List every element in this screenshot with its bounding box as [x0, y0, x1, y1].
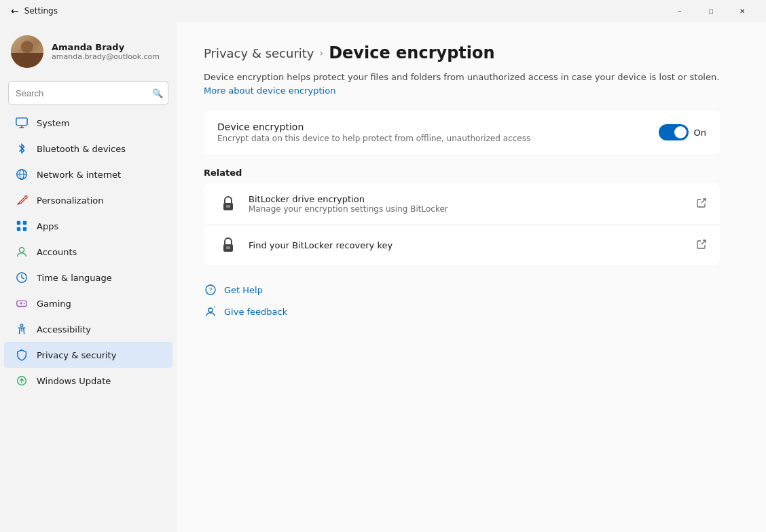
sidebar-label-system: System	[37, 118, 69, 128]
time-icon	[15, 271, 29, 284]
privacy-icon	[15, 348, 29, 362]
sidebar-label-time: Time & language	[37, 273, 112, 283]
sidebar-item-apps[interactable]: Apps	[4, 213, 172, 239]
sidebar-item-personalization[interactable]: Personalization	[4, 187, 172, 213]
svg-point-28	[208, 308, 213, 312]
sidebar-item-system[interactable]: System	[4, 110, 172, 136]
update-icon	[15, 374, 29, 387]
links-section: ? Get Help Give feedback	[204, 279, 720, 322]
sidebar-nav: System Bluetooth & devices Network & int…	[0, 110, 177, 394]
device-encryption-info: Device encryption Encrypt data on this d…	[217, 121, 530, 143]
external-link-icon-bitlocker	[697, 198, 706, 210]
accounts-icon	[15, 245, 29, 259]
search-box: 🔍	[8, 81, 168, 104]
breadcrumb: Privacy & security › Device encryption	[204, 43, 739, 62]
svg-rect-24	[226, 246, 230, 249]
avatar	[11, 35, 43, 68]
title-bar: ← Settings − □ ✕	[0, 0, 766, 22]
related-icon-bitlocker	[217, 193, 239, 214]
breadcrumb-current: Device encryption	[329, 43, 494, 62]
close-button[interactable]: ✕	[727, 0, 758, 22]
system-icon	[15, 116, 29, 130]
device-encryption-desc: Encrypt data on this device to help prot…	[217, 134, 530, 143]
user-info: Amanda Brady amanda.brady@outlook.com	[52, 42, 166, 61]
title-bar-controls: − □ ✕	[664, 0, 758, 22]
svg-point-15	[24, 303, 25, 304]
bluetooth-icon	[15, 142, 29, 155]
sidebar-item-time[interactable]: Time & language	[4, 265, 172, 290]
app-body: Amanda Brady amanda.brady@outlook.com 🔍 …	[0, 22, 766, 532]
breadcrumb-separator: ›	[320, 48, 324, 58]
device-encryption-toggle[interactable]	[659, 124, 689, 140]
svg-rect-0	[16, 118, 27, 126]
sidebar-label-apps: Apps	[37, 221, 58, 231]
device-encryption-toggle-wrap: On	[659, 124, 706, 140]
search-input[interactable]	[8, 81, 168, 104]
svg-line-22	[701, 199, 706, 203]
maximize-button[interactable]: □	[695, 0, 727, 22]
search-icon: 🔍	[152, 88, 163, 98]
svg-text:?: ?	[209, 286, 213, 294]
sidebar-label-gaming: Gaming	[37, 299, 71, 309]
sidebar-label-bluetooth: Bluetooth & devices	[37, 144, 126, 154]
related-item-recovery-key[interactable]: Find your BitLocker recovery key	[204, 225, 720, 265]
sidebar-item-privacy[interactable]: Privacy & security	[4, 342, 172, 368]
user-email: amanda.brady@outlook.com	[52, 52, 166, 61]
device-encryption-title: Device encryption	[217, 121, 530, 132]
svg-rect-8	[17, 227, 20, 231]
description-link[interactable]: More about device encryption	[204, 86, 335, 96]
related-item-bitlocker[interactable]: BitLocker drive encryption Manage your e…	[204, 183, 720, 225]
related-info-bitlocker: BitLocker drive encryption Manage your e…	[249, 194, 697, 214]
sidebar-label-accounts: Accounts	[37, 247, 77, 257]
window-title: Settings	[24, 6, 58, 16]
breadcrumb-parent: Privacy & security	[204, 46, 314, 60]
sidebar-label-accessibility: Accessibility	[37, 324, 91, 335]
related-card: BitLocker drive encryption Manage your e…	[204, 183, 720, 265]
svg-line-25	[701, 240, 706, 244]
related-section-title: Related	[204, 168, 720, 178]
link-give-feedback[interactable]: Give feedback	[204, 301, 720, 322]
external-link-icon-recovery-key	[697, 240, 706, 251]
toggle-track[interactable]	[659, 124, 689, 140]
sidebar-item-bluetooth[interactable]: Bluetooth & devices	[4, 136, 172, 162]
svg-line-29	[214, 307, 215, 307]
device-encryption-card: Device encryption Encrypt data on this d…	[204, 111, 720, 154]
svg-rect-6	[17, 221, 20, 225]
link-get-help[interactable]: ? Get Help	[204, 279, 720, 301]
related-info-recovery-key: Find your BitLocker recovery key	[249, 240, 697, 250]
svg-rect-9	[23, 227, 26, 231]
sidebar-item-update[interactable]: Windows Update	[4, 368, 172, 394]
back-button[interactable]: ←	[11, 5, 19, 16]
sidebar-item-accounts[interactable]: Accounts	[4, 239, 172, 265]
minimize-button[interactable]: −	[664, 0, 695, 22]
accessibility-icon	[15, 322, 29, 336]
sidebar-label-privacy: Privacy & security	[37, 350, 116, 360]
svg-point-10	[19, 248, 24, 252]
user-name: Amanda Brady	[52, 42, 166, 52]
svg-rect-21	[226, 205, 230, 208]
get-help-icon: ?	[204, 283, 217, 297]
sidebar-label-personalization: Personalization	[37, 195, 104, 206]
related-desc-bitlocker: Manage your encryption settings using Bi…	[249, 204, 697, 214]
sidebar-item-network[interactable]: Network & internet	[4, 162, 172, 187]
sidebar-item-accessibility[interactable]: Accessibility	[4, 316, 172, 342]
sidebar-label-network: Network & internet	[37, 170, 121, 180]
related-title-recovery-key: Find your BitLocker recovery key	[249, 240, 697, 250]
sidebar-label-update: Windows Update	[37, 376, 111, 386]
apps-icon	[15, 219, 29, 233]
main-content: Privacy & security › Device encryption D…	[177, 22, 766, 532]
gaming-icon	[15, 297, 29, 310]
give-feedback-icon	[204, 305, 217, 318]
svg-point-16	[20, 324, 23, 327]
personalization-icon	[15, 193, 29, 207]
sidebar-item-gaming[interactable]: Gaming	[4, 290, 172, 316]
get-help-label: Get Help	[224, 285, 263, 295]
title-bar-left: ← Settings	[11, 5, 58, 16]
give-feedback-label: Give feedback	[224, 307, 287, 317]
network-icon	[15, 168, 29, 181]
user-section: Amanda Brady amanda.brady@outlook.com	[0, 27, 177, 81]
avatar-image	[11, 35, 43, 68]
svg-rect-7	[23, 221, 26, 225]
description-text: Device encryption helps protect your fil…	[204, 72, 719, 82]
related-title-bitlocker: BitLocker drive encryption	[249, 194, 697, 204]
